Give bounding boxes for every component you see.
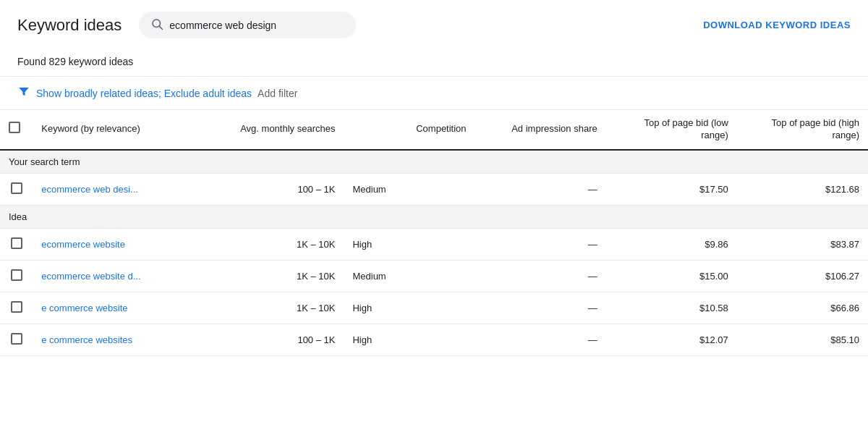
keyword-table: Keyword (by relevance) Avg. monthly sear… [0,110,868,356]
row-checkbox[interactable] [11,182,22,194]
ad-impression-column-header[interactable]: Ad impression share [475,110,606,150]
keyword-cell[interactable]: ecommerce website d... [33,260,213,292]
page-header: Keyword ideas ecommerce web design DOWNL… [0,0,868,50]
select-all-checkbox[interactable] [9,122,20,133]
top-bid-high-cell: $83.87 [737,228,868,260]
row-checkbox[interactable] [11,269,22,281]
top-bid-low-cell: $15.00 [606,260,737,292]
row-checkbox-cell[interactable] [0,228,33,260]
table-header-row: Keyword (by relevance) Avg. monthly sear… [0,110,868,150]
search-box[interactable]: ecommerce web design [139,12,356,38]
ad-impression-cell: — [475,292,606,324]
row-checkbox-cell[interactable] [0,324,33,355]
search-icon [150,17,163,33]
row-checkbox[interactable] [11,301,22,313]
avg-monthly-cell: 100 – 1K [213,324,344,355]
section-row: Your search term [0,150,868,174]
competition-cell: High [344,228,475,260]
competition-cell: High [344,292,475,324]
ad-impression-cell: — [475,173,606,205]
row-checkbox[interactable] [11,333,22,345]
avg-monthly-cell: 1K – 10K [213,228,344,260]
row-checkbox-cell[interactable] [0,292,33,324]
top-bid-low-cell: $12.07 [606,324,737,355]
keyword-cell[interactable]: ecommerce web desi... [33,173,213,205]
competition-cell: Medium [344,173,475,205]
results-count: Found 829 keyword ideas [0,50,868,77]
top-bid-high-cell: $85.10 [737,324,868,355]
filter-bar: Show broadly related ideas; Exclude adul… [0,77,868,110]
table-row: e commerce websites100 – 1KHigh—$12.07$8… [0,324,868,355]
row-checkbox[interactable] [11,237,22,249]
ad-impression-cell: — [475,260,606,292]
avg-monthly-cell: 1K – 10K [213,260,344,292]
ad-impression-cell: — [475,324,606,355]
top-bid-high-column-header[interactable]: Top of page bid (high range) [737,110,868,150]
competition-column-header[interactable]: Competition [344,110,475,150]
avg-monthly-cell: 100 – 1K [213,173,344,205]
competition-cell: Medium [344,260,475,292]
table-row: ecommerce web desi...100 – 1KMedium—$17.… [0,173,868,205]
select-all-header[interactable] [0,110,33,150]
download-keyword-ideas-link[interactable]: DOWNLOAD KEYWORD IDEAS [703,20,851,30]
keyword-table-container: Keyword (by relevance) Avg. monthly sear… [0,110,868,356]
table-row: ecommerce website1K – 10KHigh—$9.86$83.8… [0,228,868,260]
top-bid-low-cell: $9.86 [606,228,737,260]
top-bid-high-cell: $106.27 [737,260,868,292]
section-row: Idea [0,205,868,228]
top-bid-low-cell: $17.50 [606,173,737,205]
ad-impression-cell: — [475,228,606,260]
avg-monthly-cell: 1K – 10K [213,292,344,324]
add-filter-button[interactable]: Add filter [258,88,297,99]
row-checkbox-cell[interactable] [0,260,33,292]
keyword-cell[interactable]: e commerce websites [33,324,213,355]
table-row: e commerce website1K – 10KHigh—$10.58$66… [0,292,868,324]
top-bid-high-cell: $121.68 [737,173,868,205]
competition-cell: High [344,324,475,355]
keyword-cell[interactable]: e commerce website [33,292,213,324]
avg-monthly-column-header[interactable]: Avg. monthly searches [213,110,344,150]
page-title: Keyword ideas [17,16,122,35]
row-checkbox-cell[interactable] [0,173,33,205]
top-bid-low-cell: $10.58 [606,292,737,324]
filter-links[interactable]: Show broadly related ideas; Exclude adul… [36,88,252,99]
funnel-icon [17,85,30,101]
top-bid-low-column-header[interactable]: Top of page bid (low range) [606,110,737,150]
search-input-value: ecommerce web design [169,20,276,31]
keyword-cell[interactable]: ecommerce website [33,228,213,260]
svg-line-1 [160,26,163,29]
top-bid-high-cell: $66.86 [737,292,868,324]
table-row: ecommerce website d...1K – 10KMedium—$15… [0,260,868,292]
keyword-column-header[interactable]: Keyword (by relevance) [33,110,213,150]
